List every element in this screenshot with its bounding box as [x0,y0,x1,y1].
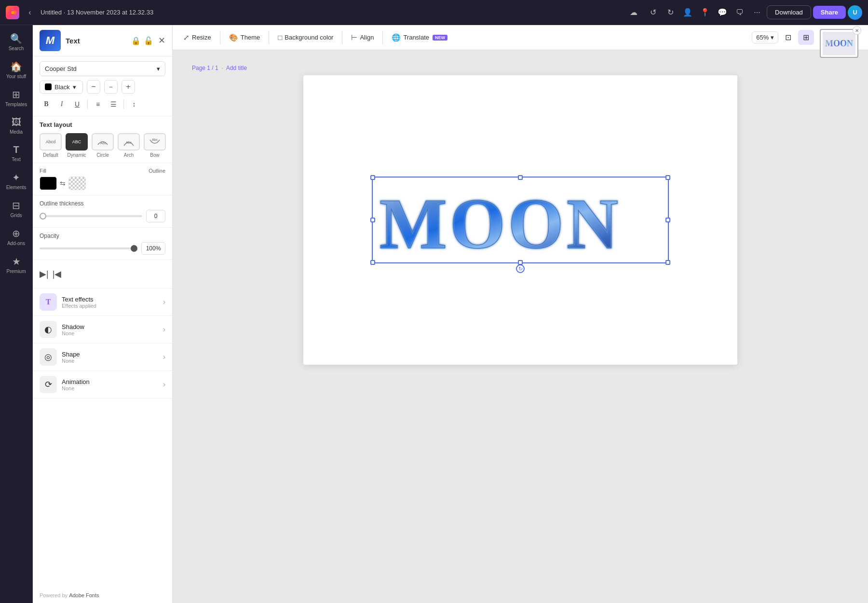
sidebar-item-templates[interactable]: ⊞ Templates [3,85,30,111]
home-icon: 🏠 [10,61,22,72]
toolbar-divider [342,31,342,44]
font-size-decrease-button[interactable]: − [87,80,100,94]
resize-handle-tr[interactable] [665,175,670,180]
sidebar-item-media[interactable]: 🖼 Media [3,113,30,138]
sidebar-item-addons[interactable]: ⊕ Add-ons [3,224,30,250]
resize-handle-mr[interactable] [665,218,670,222]
layout-default[interactable]: Abcd Default [40,133,62,158]
sidebar-item-elements[interactable]: ✦ Elements [3,168,30,194]
text-layout-title: Text layout [40,121,165,128]
text-effects-item[interactable]: T Text effects Effects applied › [33,288,172,316]
cloud-save-icon[interactable]: ☁ [626,5,641,20]
text-format-row: B I U ≡ ☰ ↕ [40,97,165,111]
page-label: Page 1 / 1 · Add title [192,65,247,71]
user-avatar[interactable]: U [848,5,862,20]
align-center-button[interactable]: ☰ [107,97,120,111]
layout-bow-label: Bow [150,152,159,158]
lock-icon[interactable]: 🔒 [131,36,141,45]
align-left-button[interactable]: ≡ [91,97,105,111]
align-button[interactable]: ⊢ Align [346,30,379,45]
sidebar-item-grids[interactable]: ⊟ Grids [3,196,30,222]
undo-button[interactable]: ↺ [645,5,661,20]
redo-button[interactable]: ↻ [663,5,678,20]
theme-button[interactable]: 🎨 Theme [224,30,265,45]
translate-icon: 🌐 [392,33,401,42]
sidebar-item-search[interactable]: 🔍 Search [3,29,30,55]
thumbnail-inner: MOON [823,32,855,55]
opacity-value-input[interactable]: 100% [141,242,165,255]
shape-item[interactable]: ◎ Shape None › [33,343,172,371]
font-family-selector[interactable]: Cooper Std ▾ [40,61,165,76]
bold-button[interactable]: B [40,97,53,111]
sidebar-item-label: Templates [5,102,27,107]
font-size-add-button[interactable]: + [122,80,135,94]
animation-name: Animation [62,378,158,385]
font-size-increase-button[interactable]: − [104,80,118,94]
italic-button[interactable]: I [55,97,68,111]
sidebar-item-premium[interactable]: ★ Premium [3,252,30,278]
shadow-text: Shadow None [62,323,158,336]
resize-handle-br[interactable] [665,260,670,265]
animate-in-icon[interactable]: ▶| [40,269,49,279]
font-color-size-row: Black ▾ − − + [40,80,165,94]
add-title-link[interactable]: Add title [226,65,247,71]
layout-arch[interactable]: Abc Arch [118,133,140,158]
top-bar: ‹ Untitled · 13 November 2023 at 12.32.3… [0,0,868,25]
resize-button[interactable]: ⤢ Resize [178,30,216,45]
app-logo[interactable] [6,6,19,19]
sidebar-item-your-stuff[interactable]: 🏠 Your stuff [3,57,30,83]
shadow-item[interactable]: ◐ Shadow None › [33,316,172,343]
translate-button[interactable]: 🌐 Translate NEW [387,30,452,45]
properties-panel: M Text 🔒 🔓 ✕ Cooper Std ▾ Black ▾ [33,25,173,603]
layout-circle[interactable]: Abc Circle [92,133,114,158]
props-header-icons: 🔒 🔓 [131,36,153,45]
chat-icon[interactable]: 🗨 [732,5,747,20]
font-color-selector[interactable]: Black ▾ [40,81,83,94]
main-layout: 🔍 Search 🏠 Your stuff ⊞ Templates 🖼 Medi… [0,25,868,603]
share-button[interactable]: Share [813,6,846,19]
underline-button[interactable]: U [70,97,84,111]
close-panel-button[interactable]: ✕ [158,35,165,46]
outline-thickness-slider[interactable] [40,215,142,217]
layout-bow[interactable]: Abc Bow [144,133,166,158]
resize-handle-tl[interactable] [370,175,375,180]
location-icon[interactable]: 📍 [697,5,713,20]
animate-out-icon[interactable]: |◀ [53,269,62,279]
zoom-control[interactable]: 65% ▾ [752,31,778,43]
media-icon: 🖼 [12,117,21,128]
opacity-slider[interactable] [40,247,137,249]
toolbar: ⤢ Resize 🎨 Theme □ Background color ⊢ Al… [173,25,868,50]
format-divider [87,99,88,109]
download-button[interactable]: Download [767,5,811,19]
adobe-fonts-link[interactable]: Adobe Fonts [69,592,99,598]
line-spacing-button[interactable]: ↕ [127,97,141,111]
sidebar-item-text[interactable]: T Text [3,140,30,166]
resize-icon: ⤢ [183,33,190,42]
more-options-icon[interactable]: ··· [749,5,765,20]
back-button[interactable]: ‹ [23,6,37,19]
resize-handle-bl[interactable] [370,260,375,265]
collaborators-icon[interactable]: 👤 [680,5,695,20]
background-color-button[interactable]: □ Background color [273,30,338,44]
resize-handle-tm[interactable] [518,175,523,180]
resize-handle-ml[interactable] [370,218,375,222]
canvas-page[interactable]: MOON MOON ↻ [303,75,737,365]
text-element[interactable]: MOON MOON ↻ [376,180,665,260]
comments-icon[interactable]: 💬 [715,5,730,20]
canvas-scroll[interactable]: Page 1 / 1 · Add title [173,50,868,603]
outline-thickness-input[interactable] [146,210,165,222]
rotate-handle[interactable]: ↻ [516,264,525,273]
fill-color-swatch[interactable] [40,177,57,190]
swap-fill-outline-button[interactable]: ⇆ [60,179,66,187]
thumbnail-moon-text: MOON [825,39,853,49]
grid-view-button[interactable]: ⊞ [798,30,814,45]
thumbnail-close-button[interactable]: ✕ [853,26,861,35]
unlock-icon[interactable]: 🔓 [144,36,153,45]
outline-color-swatch[interactable] [68,177,86,190]
fit-page-button[interactable]: ⊡ [780,30,796,45]
sidebar-item-label: Your stuff [6,74,27,79]
animation-item[interactable]: ⟳ Animation None › [33,371,172,398]
layout-dynamic[interactable]: ABC Dynamic [66,133,88,158]
sidebar-item-label: Add-ons [7,241,25,246]
sidebar-item-label: Premium [6,269,26,274]
